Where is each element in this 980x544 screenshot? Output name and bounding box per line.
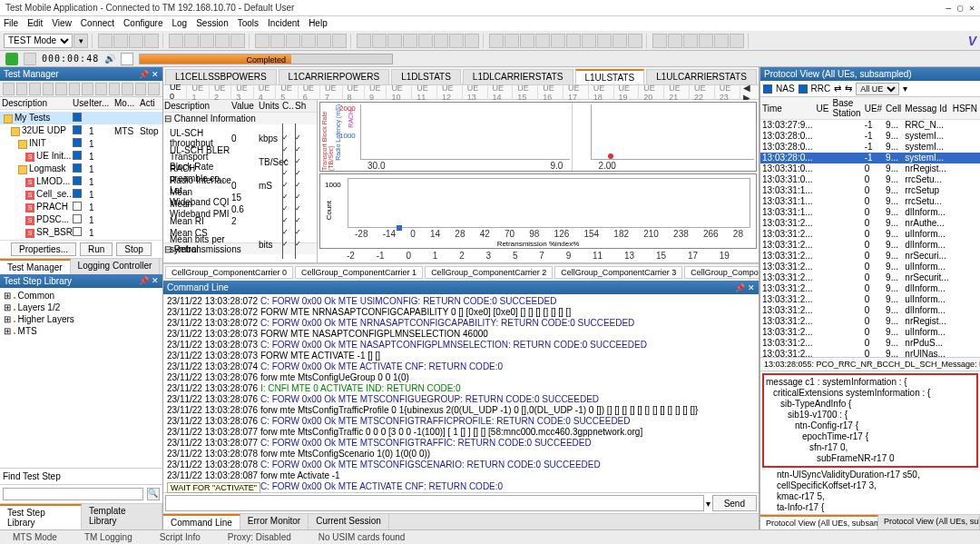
toolbar-icon[interactable]: [215, 34, 230, 48]
play-button[interactable]: [5, 53, 18, 65]
toolbar-icon[interactable]: [113, 34, 128, 48]
find-step-input[interactable]: [3, 488, 143, 500]
ue-filter-select[interactable]: All UE: [856, 83, 899, 95]
menu-help[interactable]: Help: [309, 18, 328, 28]
toolbar-icon[interactable]: [169, 34, 183, 48]
use-checkbox[interactable]: [73, 163, 82, 173]
toolbar-icon[interactable]: [505, 34, 519, 48]
protocol-row[interactable]: 13:03:31:1...09...rrcSetup: [760, 185, 980, 196]
toolbar-icon[interactable]: [129, 34, 143, 48]
use-checkbox[interactable]: [73, 113, 82, 122]
arrow-icon[interactable]: ⇄: [834, 84, 841, 94]
speaker-icon[interactable]: 🔊: [104, 54, 115, 64]
toolbar-icon[interactable]: [582, 34, 596, 48]
command-dropdown-icon[interactable]: ▾: [706, 499, 710, 509]
dropdown-icon[interactable]: ▾: [903, 84, 907, 94]
menu-configure[interactable]: Configure: [123, 18, 162, 28]
tm-toolbar-icon[interactable]: [148, 83, 160, 95]
protocol-row[interactable]: 13:03:31:2...09...ulInform...: [760, 262, 980, 272]
mode-select[interactable]: TEST Mode: [4, 34, 73, 48]
step-library-tree[interactable]: ⊞ Common⊞ Layers 1/2⊞ Higher Layers⊞ MTS: [0, 288, 162, 342]
use-checkbox[interactable]: [73, 214, 82, 223]
use-checkbox[interactable]: [73, 176, 82, 185]
use-checkbox[interactable]: [73, 138, 82, 147]
use-checkbox[interactable]: [73, 227, 82, 236]
menu-tools[interactable]: Tools: [238, 18, 259, 28]
menu-file[interactable]: File: [4, 18, 18, 28]
toolbar-icon[interactable]: [184, 34, 199, 48]
use-checkbox[interactable]: [73, 151, 82, 160]
search-icon[interactable]: 🔍: [147, 488, 160, 500]
toolbar-icon[interactable]: [449, 34, 464, 48]
toolbar-icon[interactable]: [628, 34, 642, 48]
toolbar-icon[interactable]: [418, 34, 433, 48]
minimize-button[interactable]: —: [946, 3, 951, 13]
cellgroup-tab[interactable]: CellGroup_ComponentCarrier 3: [554, 266, 682, 279]
pin-icon[interactable]: 📌: [139, 276, 149, 285]
tree-row[interactable]: SSR_BSR1: [0, 226, 162, 239]
protocol-row[interactable]: 13:03:31:2...09...nrSecuri...: [760, 251, 980, 262]
tree-row[interactable]: SPRACH1: [0, 201, 162, 213]
toolbar-icon[interactable]: [286, 34, 300, 48]
close-panel-icon[interactable]: ✕: [152, 70, 159, 79]
tab-protocol-2[interactable]: Protocol View (All UEs, subsan: [878, 515, 980, 529]
toolbar-icon[interactable]: [255, 34, 270, 48]
toolbar-icon[interactable]: [403, 34, 417, 48]
use-checkbox[interactable]: [73, 125, 82, 134]
toolbar-icon[interactable]: [535, 34, 550, 48]
tab-logging-controller[interactable]: Logging Controller: [71, 259, 161, 274]
toolbar-icon[interactable]: [372, 34, 387, 48]
menu-session[interactable]: Session: [196, 18, 229, 28]
toolbar-icon[interactable]: [144, 34, 159, 48]
tree-row[interactable]: SPDSC...1: [0, 213, 162, 226]
use-checkbox[interactable]: [73, 189, 82, 198]
close-panel-icon[interactable]: ✕: [152, 276, 159, 285]
step-lib-item[interactable]: ⊞ MTS: [0, 325, 162, 337]
protocol-row[interactable]: 13:03:31:2...09...ulInform...: [760, 229, 980, 240]
tm-toolbar-icon[interactable]: [69, 83, 81, 95]
protocol-row[interactable]: 13:03:31:2...09...dlInform...: [760, 305, 980, 316]
protocol-row[interactable]: 13:03:28:0...-19...systemI...0: [760, 131, 980, 142]
record-icon[interactable]: [24, 53, 36, 65]
tm-toolbar-icon[interactable]: [95, 83, 107, 95]
nas-checkbox[interactable]: [763, 84, 772, 94]
send-button[interactable]: Send: [712, 495, 757, 511]
toolbar-icon[interactable]: [98, 34, 113, 48]
menu-incident[interactable]: Incident: [268, 18, 299, 28]
toolbar-icon[interactable]: [387, 34, 402, 48]
tab-step-library[interactable]: Test Step Library: [0, 504, 82, 529]
protocol-row[interactable]: 13:03:31:2...09...nrUlNas...: [760, 349, 980, 358]
chart-icon[interactable]: [121, 53, 133, 65]
protocol-row[interactable]: 13:03:31:1...09...dlInform...: [760, 207, 980, 218]
tm-toolbar-icon[interactable]: [109, 83, 121, 95]
toolbar-icon[interactable]: [434, 34, 448, 48]
pin-icon[interactable]: 📌: [139, 70, 149, 79]
toolbar-icon[interactable]: [668, 34, 682, 48]
toolbar-icon[interactable]: [489, 34, 504, 48]
step-lib-item[interactable]: ⊞ Higher Layers: [0, 313, 162, 325]
maximize-button[interactable]: ▢: [957, 3, 963, 13]
protocol-row[interactable]: 13:03:31:2...09...ulInform...: [760, 327, 980, 338]
arrow-icon[interactable]: ⇆: [845, 84, 852, 94]
toolbar-icon[interactable]: [230, 34, 245, 48]
tab-error-monitor[interactable]: Error Monitor: [240, 514, 309, 529]
protocol-row[interactable]: 13:03:31:2...09...nrRegist...: [760, 316, 980, 327]
protocol-table[interactable]: TimeUEBase StationUE#CellMessag IdHSFNSF…: [760, 97, 980, 357]
menu-view[interactable]: View: [52, 18, 72, 28]
tm-toolbar-icon[interactable]: [3, 83, 15, 95]
menu-log[interactable]: Log: [172, 18, 187, 28]
protocol-row[interactable]: 13:03:31:2...09...ulInform...: [760, 294, 980, 305]
pin-icon[interactable]: 📌: [735, 283, 745, 292]
step-lib-item[interactable]: ⊞ Layers 1/2: [0, 302, 162, 313]
tab-protocol-1[interactable]: Protocol View (All UEs, subsampled): [760, 515, 878, 529]
command-log[interactable]: 23/11/22 13:03:28:072 C: FORW 0x00 Ok MT…: [163, 294, 759, 492]
protocol-row[interactable]: 13:03:31:1...09...rrcSetu...: [760, 196, 980, 207]
close-button[interactable]: ✕: [969, 3, 975, 13]
toolbar-icon[interactable]: [683, 34, 698, 48]
cellgroup-tab[interactable]: CellGroup_ComponentCarrier 2: [425, 266, 553, 279]
tree-row[interactable]: SUE Init...1: [0, 150, 162, 163]
toolbar-icon[interactable]: [520, 34, 534, 48]
command-input[interactable]: [165, 495, 704, 511]
protocol-row[interactable]: 13:03:31:2...09...nrPduS...: [760, 338, 980, 349]
protocol-row[interactable]: 13:03:28:0...-19...systemI...0: [760, 142, 980, 153]
